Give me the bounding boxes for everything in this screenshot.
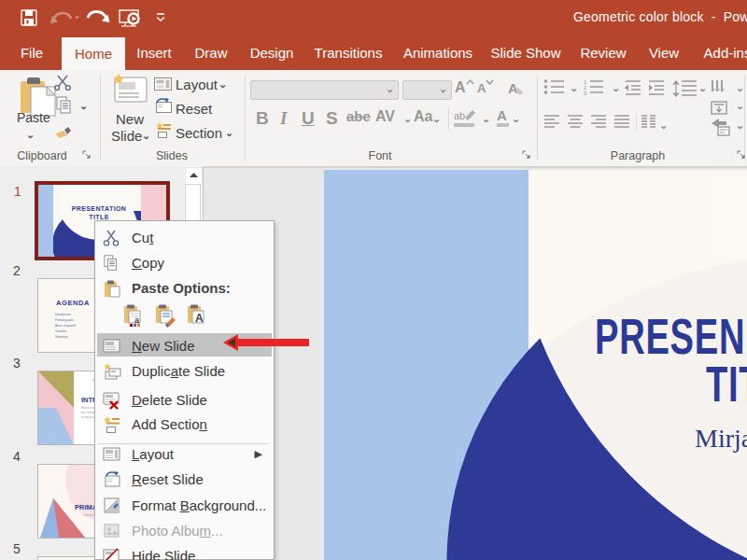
svg-text:A: A [455,79,466,95]
svg-text:Timeline: Timeline [55,329,66,333]
svg-text:PRESENTATION: PRESENTATION [72,205,127,212]
svg-text:Introduction: Introduction [55,313,71,316]
svg-text:Summary: Summary [55,335,68,339]
svg-text:TITLE: TITLE [89,214,108,220]
svg-text:AGENDA: AGENDA [56,299,90,307]
svg-text:ab: ab [454,110,465,121]
svg-text:A: A [497,108,507,123]
svg-text:Areas of growth: Areas of growth [55,324,77,328]
svg-text:3: 3 [584,91,587,96]
svg-text:A: A [195,312,204,325]
svg-text:A: A [508,80,518,96]
svg-text:A: A [477,81,486,95]
svg-text:Primary goals: Primary goals [55,318,74,322]
